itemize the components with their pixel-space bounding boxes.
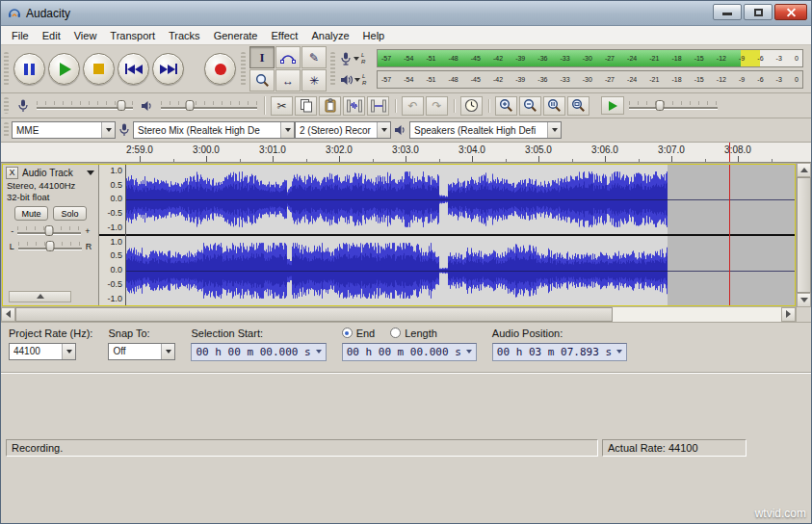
scroll-down-button[interactable]: [797, 293, 811, 307]
maximize-button[interactable]: [744, 4, 773, 20]
menu-item-analyze[interactable]: Analyze: [304, 28, 355, 43]
timeline-tick-minor: [173, 159, 174, 162]
sync-lock-button[interactable]: [460, 96, 483, 116]
slider-thumb[interactable]: [118, 100, 126, 111]
waveform-left-channel[interactable]: [126, 165, 795, 234]
menu-item-tracks[interactable]: Tracks: [162, 28, 207, 43]
playback-meter[interactable]: LR -57-54-51-48-45-42-39-36-33-30-27-24-…: [340, 70, 803, 89]
meter-scale-label: -3: [776, 55, 782, 62]
zoom-tool-button[interactable]: [249, 69, 275, 92]
output-device-select[interactable]: Speakers (Realtek High Defi: [409, 121, 562, 139]
input-device-select[interactable]: Stereo Mix (Realtek High De: [133, 121, 295, 139]
silence-audio-button[interactable]: [367, 96, 389, 116]
vertical-scroll-thumb[interactable]: [797, 177, 811, 293]
audio-host-select[interactable]: MME: [12, 121, 116, 139]
zoom-out-button[interactable]: [519, 96, 541, 116]
end-radio[interactable]: [342, 328, 353, 338]
trim-audio-button[interactable]: [343, 96, 365, 116]
envelope-tool-button[interactable]: [275, 46, 301, 68]
horizontal-scrollbar[interactable]: [1, 307, 796, 322]
audio-position-field[interactable]: 00 h 03 m 07.893 s: [492, 343, 627, 361]
vertical-scrollbar[interactable]: [796, 163, 811, 307]
dropdown-arrow-icon: [161, 344, 174, 359]
selection-tool-button[interactable]: I: [249, 46, 275, 68]
gain-slider[interactable]: [17, 225, 81, 237]
paste-button[interactable]: [319, 96, 341, 116]
meter-scale-label: -57: [381, 76, 391, 83]
menu-item-edit[interactable]: Edit: [36, 28, 67, 43]
waveform-right-channel[interactable]: [126, 236, 795, 305]
menu-item-view[interactable]: View: [67, 28, 104, 43]
toolbar-grip[interactable]: [4, 52, 9, 85]
menu-item-effect[interactable]: Effect: [265, 28, 305, 43]
minimize-button[interactable]: [713, 4, 742, 20]
horizontal-scroll-thumb[interactable]: [15, 307, 613, 322]
copy-button[interactable]: [295, 96, 317, 116]
playback-meter-bar[interactable]: -57-54-51-48-45-42-39-36-33-30-27-24-21-…: [377, 70, 803, 89]
fit-selection-button[interactable]: [543, 96, 565, 116]
track-name-menu[interactable]: Audio Track: [21, 168, 95, 178]
menu-item-help[interactable]: Help: [356, 28, 392, 43]
close-button[interactable]: [774, 4, 807, 20]
slider-thumb[interactable]: [45, 241, 54, 251]
field-spin-icon[interactable]: [616, 350, 622, 354]
pause-button[interactable]: [13, 53, 45, 85]
horizontal-scroll-track[interactable]: [15, 307, 781, 322]
project-rate-select[interactable]: 44100: [9, 343, 76, 360]
pan-slider[interactable]: [18, 241, 82, 252]
meter-toolbar: LR -57-54-51-48-45-42-39-36-33-30-27-24-…: [338, 45, 811, 92]
scroll-left-button[interactable]: [1, 307, 15, 322]
zoom-in-button[interactable]: [495, 96, 517, 116]
waveform-display[interactable]: [126, 165, 795, 305]
draw-tool-button[interactable]: ✎: [301, 46, 327, 68]
time-shift-tool-button[interactable]: ↔: [275, 69, 301, 92]
track-collapse-button[interactable]: [9, 291, 71, 302]
meter-menu-arrow-icon[interactable]: [354, 57, 359, 61]
toolbar-grip[interactable]: [4, 97, 9, 115]
track-close-button[interactable]: X: [6, 167, 18, 179]
recording-meter[interactable]: LR -57-54-51-48-45-42-39-36-33-30-27-24-…: [340, 49, 803, 67]
vertical-scale-right-channel: 1.00.50.0-0.5-1.0: [99, 236, 125, 305]
selection-start-field[interactable]: 00 h 00 m 00.000 s: [191, 343, 326, 361]
input-volume-slider[interactable]: [37, 100, 133, 112]
length-radio[interactable]: [390, 328, 401, 338]
field-spin-icon[interactable]: [466, 350, 472, 354]
snap-to-select[interactable]: Off: [108, 343, 175, 360]
mute-button[interactable]: Mute: [14, 206, 48, 221]
fit-project-button[interactable]: [567, 96, 589, 116]
recording-meter-bar[interactable]: -57-54-51-48-45-42-39-36-33-30-27-24-21-…: [377, 49, 803, 67]
toolbar-grip[interactable]: [241, 52, 246, 85]
toolbar-grip[interactable]: [4, 122, 9, 139]
scroll-right-button[interactable]: [781, 307, 796, 322]
slider-thumb[interactable]: [45, 225, 54, 236]
redo-button[interactable]: ↷: [426, 96, 448, 116]
menu-item-transport[interactable]: Transport: [103, 28, 162, 43]
record-button[interactable]: [204, 53, 236, 85]
timeline-tick-minor: [306, 159, 307, 162]
envelope-icon: [280, 51, 296, 65]
skip-to-start-button[interactable]: [118, 53, 149, 85]
skip-to-end-button[interactable]: [152, 53, 184, 85]
play-button[interactable]: [48, 53, 80, 85]
menu-item-generate[interactable]: Generate: [207, 28, 265, 43]
solo-button[interactable]: Solo: [53, 206, 87, 221]
meter-menu-arrow-icon[interactable]: [354, 78, 360, 82]
cut-button[interactable]: ✂: [271, 96, 293, 116]
stop-button[interactable]: [83, 53, 115, 85]
toolbar-grip[interactable]: [330, 52, 335, 85]
slider-thumb[interactable]: [186, 100, 195, 111]
output-volume-slider[interactable]: [161, 100, 257, 112]
play-at-speed-button[interactable]: [601, 96, 624, 115]
scroll-up-button[interactable]: [797, 163, 811, 177]
menu-item-file[interactable]: File: [5, 28, 36, 43]
timeline-ruler[interactable]: 2:59.03:00.03:01.03:02.03:03.03:04.03:05…: [1, 143, 811, 163]
input-channels-select[interactable]: 2 (Stereo) Recor: [295, 121, 391, 139]
selection-end-field[interactable]: 00 h 00 m 00.000 s: [342, 343, 477, 361]
playback-speed-slider[interactable]: [629, 100, 718, 112]
undo-button[interactable]: ↶: [402, 96, 424, 116]
meter-scale-label: -48: [449, 76, 458, 83]
slider-thumb[interactable]: [656, 100, 665, 111]
field-spin-icon[interactable]: [316, 350, 322, 354]
dropdown-arrow-icon: [547, 122, 561, 138]
multi-tool-button[interactable]: ✳: [301, 69, 327, 92]
